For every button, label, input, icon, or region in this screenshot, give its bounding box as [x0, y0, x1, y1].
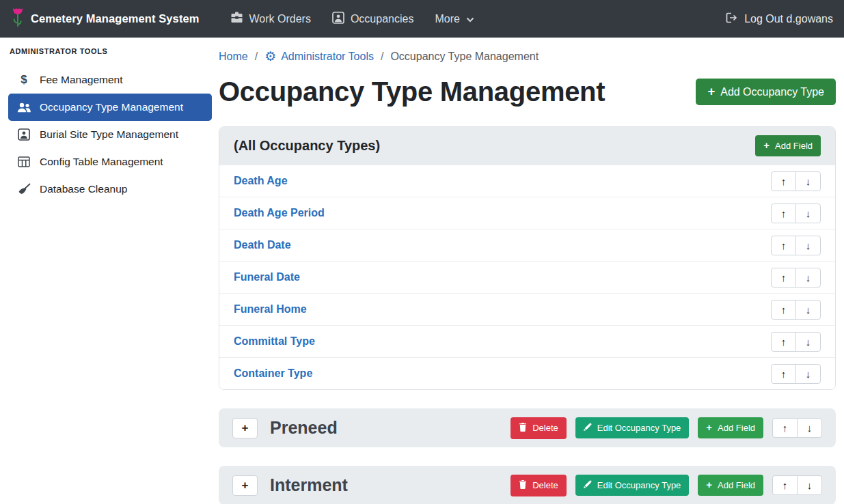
nav-more-label: More: [435, 13, 459, 25]
move-down-button[interactable]: ↓: [795, 364, 821, 384]
field-link-container-type[interactable]: Container Type: [234, 367, 312, 380]
move-down-button[interactable]: ↓: [797, 475, 822, 495]
move-down-button[interactable]: ↓: [795, 268, 821, 288]
trash-icon: [519, 423, 527, 434]
sidebar-item-burial-site-type-management[interactable]: Burial Site Type Management: [8, 121, 212, 148]
move-down-button[interactable]: ↓: [797, 418, 822, 438]
main-content: Home / ⚙ Administrator Tools / Occupancy…: [219, 38, 844, 504]
reorder-controls: ↑ ↓: [771, 171, 821, 191]
move-up-button[interactable]: ↑: [771, 332, 796, 352]
move-down-button[interactable]: ↓: [795, 236, 821, 255]
chevron-down-icon: [466, 13, 474, 25]
sidebar-item-label: Database Cleanup: [40, 183, 127, 195]
field-row: Container Type ↑ ↓: [219, 357, 835, 389]
all-occupancy-types-card: (All Occupancy Types) + Add Field Death …: [219, 126, 836, 390]
reorder-controls: ↑ ↓: [771, 268, 821, 288]
sidebar-heading: Administrator Tools: [10, 47, 212, 55]
reorder-controls: ↑ ↓: [771, 236, 821, 255]
sidebar: Administrator Tools $ Fee Management Occ…: [0, 38, 219, 504]
breadcrumb-separator: /: [248, 51, 264, 63]
breadcrumb-admin-tools-link[interactable]: ⚙ Administrator Tools: [264, 50, 374, 63]
page-title: Occupancy Type Management: [219, 76, 605, 107]
occupancy-type-section-preneed: + Preneed Delete: [219, 408, 836, 447]
field-link-funeral-date[interactable]: Funeral Date: [234, 271, 300, 283]
dollar-icon: $: [16, 73, 31, 87]
edit-occupancy-type-button[interactable]: Edit Occupancy Type: [575, 475, 690, 496]
nav-work-orders-label: Work Orders: [249, 13, 311, 25]
arrow-up-icon: ↑: [781, 208, 787, 219]
plus-icon: +: [763, 141, 770, 151]
arrow-down-icon: ↓: [806, 304, 811, 316]
users-icon: [16, 102, 31, 113]
person-frame-icon: [332, 12, 344, 27]
field-link-death-age-period[interactable]: Death Age Period: [234, 207, 325, 219]
field-row: Funeral Home ↑ ↓: [219, 293, 835, 325]
reorder-controls: ↑ ↓: [771, 300, 821, 320]
breadcrumb-current: Occupancy Type Management: [390, 51, 539, 63]
logout-label: Log Out d.gowans: [744, 13, 833, 25]
move-up-button[interactable]: ↑: [771, 204, 796, 223]
breadcrumb-home-link[interactable]: Home: [219, 51, 248, 63]
pencil-icon: [584, 480, 592, 490]
reorder-controls: ↑ ↓: [771, 204, 821, 223]
sidebar-item-fee-management[interactable]: $ Fee Management: [8, 66, 212, 94]
arrow-down-icon: ↓: [807, 422, 813, 434]
sidebar-item-config-table-management[interactable]: Config Table Management: [8, 148, 212, 176]
expand-section-button[interactable]: +: [232, 475, 258, 496]
all-occupancy-types-header: (All Occupancy Types) + Add Field: [219, 127, 835, 165]
broom-icon: [16, 183, 31, 195]
delete-button[interactable]: Delete: [511, 417, 567, 439]
occupancy-type-section-interment: + Interment Delete: [219, 466, 836, 504]
move-down-button[interactable]: ↓: [795, 171, 821, 191]
nav-occupancies[interactable]: Occupancies: [332, 12, 414, 27]
arrow-down-icon: ↓: [806, 240, 811, 251]
field-link-committal-type[interactable]: Committal Type: [234, 335, 315, 348]
edit-occupancy-type-button[interactable]: Edit Occupancy Type: [575, 417, 690, 438]
nav-work-orders[interactable]: Work Orders: [230, 12, 311, 26]
sidebar-item-database-cleanup[interactable]: Database Cleanup: [8, 176, 212, 203]
reorder-controls: ↑ ↓: [772, 475, 822, 495]
add-field-button[interactable]: + Add Field: [698, 475, 763, 496]
field-link-death-date[interactable]: Death Date: [234, 239, 291, 251]
field-row: Funeral Date ↑ ↓: [219, 261, 835, 293]
app-brand[interactable]: Cemetery Management System: [11, 8, 200, 31]
logout-link[interactable]: Log Out d.gowans: [726, 12, 833, 26]
move-up-button[interactable]: ↑: [771, 268, 796, 288]
move-up-button[interactable]: ↑: [771, 236, 796, 255]
move-down-button[interactable]: ↓: [795, 332, 821, 352]
top-navbar: Cemetery Management System Work Orders O…: [0, 0, 844, 38]
arrow-up-icon: ↑: [781, 368, 787, 380]
move-up-button[interactable]: ↑: [771, 300, 796, 320]
field-row: Death Age ↑ ↓: [219, 165, 835, 197]
plus-icon: +: [706, 480, 712, 490]
add-occupancy-type-button[interactable]: + Add Occupancy Type: [696, 79, 836, 104]
nav-more[interactable]: More: [435, 13, 474, 25]
field-row: Death Age Period ↑ ↓: [219, 197, 835, 229]
delete-button[interactable]: Delete: [511, 475, 567, 496]
sidebar-item-label: Occupancy Type Management: [40, 101, 183, 113]
move-down-button[interactable]: ↓: [795, 300, 821, 320]
add-field-button[interactable]: + Add Field: [755, 135, 821, 156]
field-link-funeral-home[interactable]: Funeral Home: [234, 303, 307, 316]
add-field-button[interactable]: + Add Field: [698, 417, 763, 438]
sidebar-item-label: Burial Site Type Management: [40, 128, 178, 141]
toolbox-icon: [230, 12, 243, 26]
trash-icon: [519, 480, 527, 491]
sidebar-item-occupancy-type-management[interactable]: Occupancy Type Management: [8, 94, 212, 121]
move-up-button[interactable]: ↑: [772, 418, 798, 438]
burial-site-icon: [16, 128, 31, 141]
move-up-button[interactable]: ↑: [772, 475, 798, 495]
app-title: Cemetery Management System: [31, 12, 200, 25]
arrow-up-icon: ↑: [781, 336, 787, 348]
field-row: Committal Type ↑ ↓: [219, 325, 835, 357]
arrow-down-icon: ↓: [806, 336, 811, 348]
plus-icon: +: [707, 85, 715, 98]
gear-icon: ⚙: [264, 50, 276, 63]
move-up-button[interactable]: ↑: [771, 171, 796, 191]
move-up-button[interactable]: ↑: [771, 364, 796, 384]
field-link-death-age[interactable]: Death Age: [234, 175, 288, 187]
move-down-button[interactable]: ↓: [795, 204, 821, 223]
expand-section-button[interactable]: +: [232, 418, 258, 438]
section-actions: Delete Edit Occupancy Type + Add Field ↑: [511, 475, 822, 496]
arrow-down-icon: ↓: [806, 368, 811, 380]
